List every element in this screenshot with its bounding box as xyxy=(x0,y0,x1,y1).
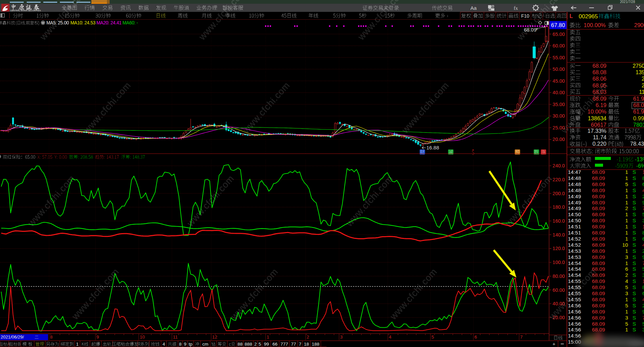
svg-text:3: 3 xyxy=(642,272,644,278)
svg-text:1: 1 xyxy=(625,230,628,236)
svg-text:55.00: 55.00 xyxy=(553,55,565,60)
svg-text:66: 66 xyxy=(272,342,277,347)
svg-text:138634: 138634 xyxy=(588,115,606,121)
svg-text:6.19: 6.19 xyxy=(596,102,606,108)
svg-text:6: 6 xyxy=(642,236,644,242)
svg-text:5: 5 xyxy=(431,334,434,340)
svg-text:S: S xyxy=(632,260,636,266)
svg-text:14:53: 14:53 xyxy=(568,254,581,260)
svg-text:1: 1 xyxy=(625,218,628,223)
svg-text:68.09: 68.09 xyxy=(592,175,605,181)
svg-text:17.33%: 17.33% xyxy=(587,128,606,134)
svg-text:160.0: 160.0 xyxy=(553,218,565,224)
svg-text:2: 2 xyxy=(625,205,628,211)
svg-text:-6%: -6% xyxy=(636,163,644,169)
svg-text:14:52: 14:52 xyxy=(568,236,581,242)
svg-text:S: S xyxy=(632,254,636,260)
svg-text:4: 4 xyxy=(642,187,644,193)
svg-text:68.09: 68.09 xyxy=(592,230,605,236)
svg-text:3: 3 xyxy=(642,327,644,332)
svg-text:4: 4 xyxy=(625,278,628,284)
svg-text:2: 2 xyxy=(642,193,644,199)
svg-text:100.00%: 100.00% xyxy=(584,22,606,28)
svg-text:7: 7 xyxy=(642,315,644,321)
svg-text:3: 3 xyxy=(340,334,343,340)
svg-text:S: S xyxy=(632,175,636,181)
svg-text:14:56: 14:56 xyxy=(568,321,581,327)
svg-text:14:51: 14:51 xyxy=(568,230,581,236)
svg-text:7: 7 xyxy=(642,260,644,266)
svg-text:7: 7 xyxy=(299,342,302,347)
svg-text:3: 3 xyxy=(625,290,628,296)
svg-text:1: 1 xyxy=(625,193,628,199)
svg-text:68.09: 68.09 xyxy=(592,193,605,199)
svg-text:11.74: 11.74 xyxy=(593,134,606,140)
svg-text:4: 4 xyxy=(389,334,392,340)
svg-text:61.96: 61.96 xyxy=(633,96,644,102)
svg-text:5: 5 xyxy=(642,211,644,217)
svg-text:8: 8 xyxy=(50,334,53,340)
svg-text:20.00: 20.00 xyxy=(553,137,565,142)
svg-text:14:54: 14:54 xyxy=(568,266,581,272)
svg-text:1: 1 xyxy=(625,175,628,181)
svg-text:L: L xyxy=(570,13,573,19)
svg-text:18: 18 xyxy=(304,342,309,347)
svg-text:S: S xyxy=(632,266,636,272)
svg-text:68.09: 68.09 xyxy=(592,224,605,229)
svg-text:5: 5 xyxy=(642,266,644,272)
svg-text:1: 1 xyxy=(625,260,628,266)
svg-text:1: 1 xyxy=(625,236,628,242)
svg-text:14:56: 14:56 xyxy=(568,327,581,332)
svg-text:2: 2 xyxy=(254,342,257,347)
svg-text:68.09: 68.09 xyxy=(592,169,605,175)
svg-text:S: S xyxy=(632,230,636,236)
svg-text:78.43: 78.43 xyxy=(630,141,644,147)
svg-text:6: 6 xyxy=(625,266,628,272)
svg-text:S: S xyxy=(632,297,636,302)
svg-text:3: 3 xyxy=(625,315,628,321)
svg-text:99: 99 xyxy=(264,342,269,347)
svg-text:S: S xyxy=(632,218,636,223)
svg-text:S: S xyxy=(632,187,636,193)
svg-text:2: 2 xyxy=(642,303,644,308)
svg-text:80.00: 80.00 xyxy=(553,273,565,279)
svg-text:68.08: 68.08 xyxy=(593,69,606,75)
svg-text:14:47: 14:47 xyxy=(568,169,581,175)
svg-text:10: 10 xyxy=(140,334,145,340)
svg-text:1: 1 xyxy=(76,342,79,347)
svg-text:60.00: 60.00 xyxy=(553,43,565,48)
svg-text:68.09: 68.09 xyxy=(592,260,605,266)
svg-text:888: 888 xyxy=(245,342,252,347)
svg-text:68.09: 68.09 xyxy=(592,309,605,314)
svg-text:8: 8 xyxy=(642,284,644,290)
svg-text:S: S xyxy=(632,284,636,290)
svg-text:40.00: 40.00 xyxy=(553,90,565,95)
svg-text:9: 9 xyxy=(184,342,186,347)
svg-text:S: S xyxy=(632,211,636,217)
svg-text:68.09: 68.09 xyxy=(592,200,605,205)
svg-text:-13%: -13% xyxy=(635,157,644,162)
svg-text:14:54: 14:54 xyxy=(568,260,581,266)
svg-text:1: 1 xyxy=(625,211,628,217)
svg-text:2: 2 xyxy=(642,76,644,82)
svg-text:68.09: 68.09 xyxy=(592,297,605,302)
svg-text:14:56: 14:56 xyxy=(568,315,581,321)
svg-text:1: 1 xyxy=(625,309,628,314)
svg-text:3: 3 xyxy=(625,254,628,260)
svg-text:65.00: 65.00 xyxy=(553,32,565,37)
svg-text:12: 12 xyxy=(212,334,217,340)
svg-text:1: 1 xyxy=(642,169,644,175)
svg-text:14:49: 14:49 xyxy=(568,205,581,211)
svg-text:S: S xyxy=(632,236,636,242)
svg-text:68.09: 68.09 xyxy=(592,321,605,327)
svg-text:100.0: 100.0 xyxy=(553,260,565,265)
svg-text:68.09: 68.09 xyxy=(592,181,605,187)
svg-text:2021/06/29/: 2021/06/29/ xyxy=(1,334,24,340)
svg-text:14:54: 14:54 xyxy=(568,272,581,278)
svg-text:14:51: 14:51 xyxy=(568,224,581,229)
svg-text:8: 8 xyxy=(179,342,182,347)
svg-text:7: 7 xyxy=(642,205,644,211)
svg-text:68.09: 68.09 xyxy=(592,218,605,223)
svg-text:S: S xyxy=(632,278,636,284)
svg-text:1: 1 xyxy=(625,297,628,302)
